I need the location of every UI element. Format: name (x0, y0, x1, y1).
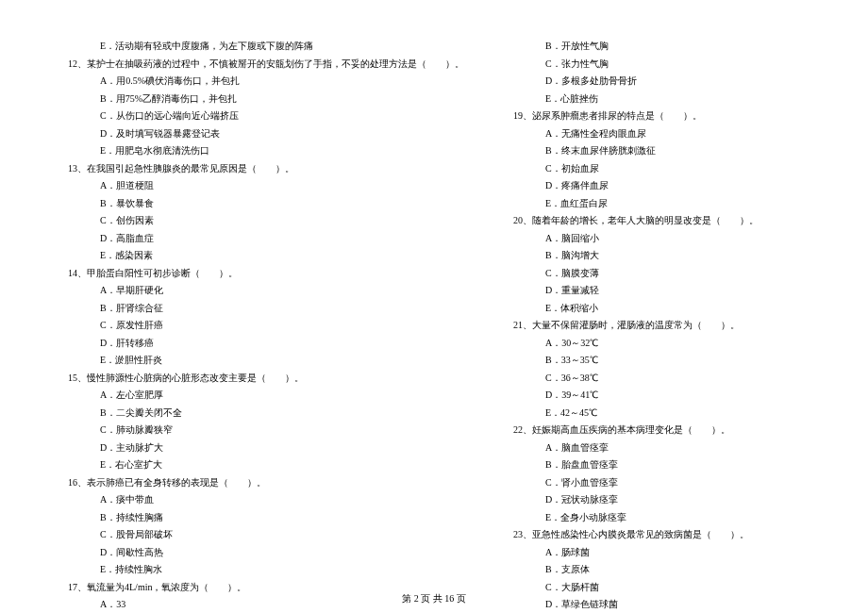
question-line: 19、泌尿系肿瘤患者排尿的特点是（ ）。 (513, 108, 811, 125)
option-line: C．初始血尿 (545, 160, 811, 178)
question-line: 22、妊娠期高血压疾病的基本病理变化是（ ）。 (513, 422, 811, 439)
option-line: B．二尖瓣关闭不全 (100, 405, 464, 422)
option-line: C．肺动脉瓣狭窄 (100, 422, 464, 439)
option-line: C．脑膜变薄 (545, 265, 811, 283)
option-line: E．淤胆性肝炎 (100, 352, 464, 370)
option-line: A．早期肝硬化 (100, 282, 464, 300)
question-line: 23、亚急性感染性心内膜炎最常见的致病菌是（ ）。 (513, 526, 811, 544)
right-column: B．开放性气胸C．张力性气胸D．多根多处肋骨骨折E．心脏挫伤19、泌尿系肿瘤患者… (483, 38, 868, 566)
option-line: A．用0.5%碘伏消毒伤口，并包扎 (100, 73, 464, 91)
option-line: D．疼痛伴血尿 (545, 177, 811, 195)
option-line: A．左心室肥厚 (100, 387, 464, 405)
page-footer: 第 2 页 共 16 页 (0, 592, 868, 605)
question-line: 12、某护士在抽吸药液的过程中，不慎被掰开的安瓿划伤了手指，不妥的处理方法是（ … (68, 56, 464, 74)
question-line: 13、在我国引起急性胰腺炎的最常见原因是（ ）。 (68, 160, 464, 178)
left-column: E．活动期有轻或中度腹痛，为左下腹或下腹的阵痛12、某护士在抽吸药液的过程中，不… (0, 38, 483, 566)
option-line: B．终末血尿伴膀胱刺激征 (545, 142, 811, 160)
option-line: E．血红蛋白尿 (545, 195, 811, 213)
option-line: B．胎盘血管痉挛 (545, 456, 811, 474)
option-line: E．心脏挫伤 (545, 91, 811, 108)
option-line: D．主动脉扩大 (100, 439, 464, 457)
option-line: B．支原体 (545, 561, 811, 579)
option-line: E．感染因素 (100, 247, 464, 265)
option-line: E．持续性胸水 (100, 561, 464, 579)
option-line: A．脑血管痉挛 (545, 439, 811, 457)
option-line: D．高脂血症 (100, 230, 464, 248)
option-line: A．胆道梗阻 (100, 177, 464, 195)
option-line: C．从伤口的远心端向近心端挤压 (100, 108, 464, 125)
option-line: C．张力性气胸 (545, 56, 811, 74)
option-line: E．体积缩小 (545, 300, 811, 318)
option-line: A．脑回缩小 (545, 230, 811, 248)
page-container: E．活动期有轻或中度腹痛，为左下腹或下腹的阵痛12、某护士在抽吸药液的过程中，不… (0, 38, 868, 566)
option-line: B．33～35℃ (545, 352, 811, 370)
option-line: D．肝转移癌 (100, 335, 464, 353)
question-line: 15、慢性肺源性心脏病的心脏形态改变主要是（ ）。 (68, 370, 464, 388)
question-line: 20、随着年龄的增长，老年人大脑的明显改变是（ ）。 (513, 212, 811, 230)
option-line: E．42～45℃ (545, 405, 811, 422)
option-line: B．肝肾综合征 (100, 300, 464, 318)
option-line: A．无痛性全程肉眼血尿 (545, 125, 811, 143)
question-line: 16、表示肺癌已有全身转移的表现是（ ）。 (68, 474, 464, 492)
option-line: D．及时填写锐器暴露登记表 (100, 125, 464, 143)
option-line: D．重量减轻 (545, 282, 811, 300)
question-line: 14、甲胎蛋白阳性可初步诊断（ ）。 (68, 265, 464, 283)
option-line: D．39～41℃ (545, 387, 811, 405)
option-line: B．用75%乙醇消毒伤口，并包扎 (100, 91, 464, 108)
option-line: C．36～38℃ (545, 370, 811, 388)
option-line: E．活动期有轻或中度腹痛，为左下腹或下腹的阵痛 (100, 38, 464, 56)
option-line: D．间歇性高热 (100, 544, 464, 562)
option-line: A．痰中带血 (100, 491, 464, 509)
option-line: A．肠球菌 (545, 544, 811, 562)
option-line: C．股骨局部破坏 (100, 526, 464, 544)
option-line: E．右心室扩大 (100, 456, 464, 474)
option-line: D．冠状动脉痉挛 (545, 491, 811, 509)
option-line: B．脑沟增大 (545, 247, 811, 265)
option-line: A．30～32℃ (545, 335, 811, 353)
option-line: B．持续性胸痛 (100, 509, 464, 527)
option-line: C．肾小血管痉挛 (545, 474, 811, 492)
option-line: B．暴饮暴食 (100, 195, 464, 213)
option-line: D．多根多处肋骨骨折 (545, 73, 811, 91)
option-line: C．创伤因素 (100, 212, 464, 230)
option-line: C．原发性肝癌 (100, 317, 464, 335)
option-line: E．全身小动脉痉挛 (545, 509, 811, 527)
question-line: 21、大量不保留灌肠时，灌肠液的温度常为（ ）。 (513, 317, 811, 335)
option-line: B．开放性气胸 (545, 38, 811, 56)
option-line: E．用肥皂水彻底清洗伤口 (100, 142, 464, 160)
